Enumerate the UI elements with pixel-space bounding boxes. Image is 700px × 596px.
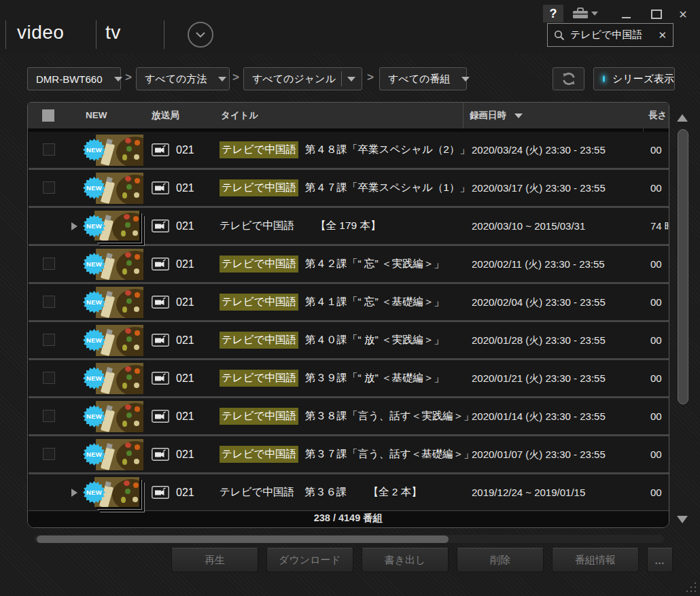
- resize-grip[interactable]: [686, 582, 697, 593]
- row-checkbox[interactable]: [43, 296, 55, 308]
- paint-dot: [126, 260, 132, 266]
- recorder-icon: [152, 410, 169, 423]
- search-highlight: テレビで中国語: [220, 179, 298, 196]
- recorded-datetime: 2020/02/04 (火) 23:30 - 23:55: [472, 284, 606, 320]
- chevron-down-icon: [461, 77, 470, 82]
- length-value: 00: [650, 322, 662, 358]
- expand-group-icon[interactable]: [71, 489, 77, 497]
- column-header-new: NEW: [86, 103, 107, 128]
- row-checkbox[interactable]: [43, 181, 55, 194]
- new-badge-label: NEW: [86, 489, 102, 496]
- channel-number: 021: [176, 360, 194, 396]
- series-view-toggle[interactable]: シリーズ表示: [593, 67, 675, 90]
- length-value: 00: [650, 398, 662, 434]
- new-badge-label: NEW: [86, 184, 102, 192]
- new-badge-label: NEW: [86, 374, 102, 382]
- column-header-recorded[interactable]: 録画日時: [470, 103, 506, 128]
- scroll-up-button[interactable]: [677, 114, 688, 122]
- program-title-text: テレビで中国語 第３６課 【全 2 本】: [220, 485, 422, 499]
- tab-tv[interactable]: tv: [105, 22, 121, 43]
- app-window: ? ✕ テレビで中国語 ✕ video tv: [0, 0, 700, 596]
- breadcrumb-chevron: >: [367, 71, 374, 84]
- row-checkbox[interactable]: [43, 143, 55, 156]
- rows: NEW 021 テレビで中国語第４８課「卒業スペシャル（2）」 2020/03/…: [29, 132, 669, 512]
- table-row[interactable]: NEW 021 テレビで中国語第３８課「言う、話す＜実践編＞」 2020/01/…: [29, 398, 669, 436]
- tab-separator: [5, 20, 6, 49]
- genre-dropdown[interactable]: すべてのジャンル: [243, 67, 362, 90]
- column-header-title: タイトル: [221, 103, 258, 128]
- paint-dot: [122, 306, 127, 313]
- paint-dot: [126, 184, 132, 190]
- program-info-button[interactable]: 番組情報: [552, 548, 639, 572]
- paint-dot: [135, 368, 140, 374]
- table-row[interactable]: NEW 021 テレビで中国語第４８課「卒業スペシャル（2）」 2020/03/…: [29, 132, 669, 170]
- chevron-down-icon: [114, 77, 122, 82]
- horizontal-scrollbar-thumb[interactable]: [37, 536, 449, 543]
- refresh-icon: [561, 71, 576, 86]
- channel-number: 021: [176, 474, 194, 510]
- delete-button[interactable]: 削除: [457, 548, 544, 572]
- program-title: テレビで中国語第４０課「“ 放” ＜実践編＞」: [220, 322, 444, 358]
- select-all-checkbox[interactable]: [42, 109, 54, 122]
- program-dropdown[interactable]: すべての番組: [379, 67, 467, 90]
- paint-dot: [135, 406, 140, 412]
- row-checkbox[interactable]: [43, 448, 55, 460]
- row-checkbox[interactable]: [43, 334, 55, 346]
- paint-dot: [135, 444, 140, 450]
- row-checkbox[interactable]: [43, 372, 55, 384]
- paint-dot: [135, 254, 140, 260]
- series-toggle-label: シリーズ表示: [612, 73, 674, 86]
- program-title: テレビで中国語第４１課「“ 忘” ＜基礎編＞」: [220, 284, 444, 320]
- paint-dot: [134, 421, 139, 426]
- recorder-icon: [152, 258, 169, 270]
- search-highlight: テレビで中国語: [220, 408, 298, 425]
- expand-group-icon[interactable]: [71, 222, 77, 230]
- length-value: 00: [650, 360, 662, 396]
- table-header: NEW 放送局 タイトル 録画日時 長さ: [28, 103, 669, 128]
- tab-video[interactable]: video: [17, 22, 64, 43]
- row-checkbox[interactable]: [43, 258, 55, 270]
- table-row[interactable]: NEW 021 テレビで中国語第４７課「卒業スペシャル（1）」 2020/03/…: [29, 170, 669, 208]
- paint-dot: [135, 292, 140, 298]
- new-badge-label: NEW: [86, 222, 102, 230]
- paint-dot: [122, 192, 127, 198]
- export-button[interactable]: 書き出し: [362, 548, 449, 572]
- sort-descending-icon[interactable]: [514, 113, 523, 118]
- scroll-down-button[interactable]: [677, 516, 688, 523]
- new-badge: NEW: [83, 405, 105, 427]
- paint-dot: [135, 178, 140, 183]
- device-dropdown[interactable]: DMR-BWT660: [27, 67, 121, 90]
- new-badge: NEW: [83, 215, 105, 237]
- paint-dot: [135, 140, 140, 145]
- more-actions-button[interactable]: …: [647, 548, 673, 572]
- download-button[interactable]: ダウンロード: [266, 548, 353, 572]
- table-row[interactable]: NEW 021 テレビで中国語第３９課「“ 放” ＜基礎編＞」 2020/01/…: [29, 360, 669, 398]
- chevron-down-icon: [218, 77, 226, 82]
- program-title-text: 第３８課「言う、話す＜実践編＞」: [305, 409, 474, 423]
- play-button[interactable]: 再生: [171, 548, 258, 572]
- new-badge-label: NEW: [86, 451, 102, 458]
- table-row[interactable]: NEW 021 テレビで中国語 【全 179 本】 2020/03/10 ~ 2…: [29, 208, 669, 246]
- paint-dot: [133, 230, 138, 236]
- table-row[interactable]: NEW 021 テレビで中国語第４０課「“ 放” ＜実践編＞」 2020/01/…: [29, 322, 669, 360]
- program-title: テレビで中国語第３９課「“ 放” ＜基礎編＞」: [220, 360, 444, 396]
- table-row[interactable]: NEW 021 テレビで中国語第４１課「“ 忘” ＜基礎編＞」 2020/02/…: [29, 284, 669, 322]
- tab-bar: video tv: [0, 16, 700, 53]
- channel-number: 021: [176, 170, 194, 206]
- row-checkbox[interactable]: [43, 410, 55, 422]
- table-row[interactable]: NEW 021 テレビで中国語 第３６課 【全 2 本】 2019/12/24 …: [29, 474, 669, 512]
- search-highlight: テレビで中国語: [220, 370, 298, 387]
- table-row[interactable]: NEW 021 テレビで中国語第３７課「言う、話す＜基礎編＞」 2020/01/…: [29, 436, 669, 474]
- refresh-button[interactable]: [553, 67, 584, 90]
- vertical-scrollbar-thumb[interactable]: [678, 129, 688, 404]
- program-title-text: 第４７課「卒業スペシャル（1）」: [305, 181, 470, 195]
- recorded-datetime: 2020/01/21 (火) 23:30 - 23:55: [472, 360, 606, 396]
- paint-dot: [125, 138, 131, 143]
- table-row[interactable]: NEW 021 テレビで中国語第４２課「“ 忘” ＜実践編＞」 2020/02/…: [29, 246, 669, 284]
- tab-overflow-button[interactable]: [188, 22, 213, 48]
- paint-dot: [134, 345, 139, 350]
- paint-dot: [122, 459, 127, 465]
- method-dropdown[interactable]: すべての方法: [136, 67, 230, 90]
- length-value: 74 時: [650, 208, 669, 244]
- paint-dot: [135, 330, 140, 336]
